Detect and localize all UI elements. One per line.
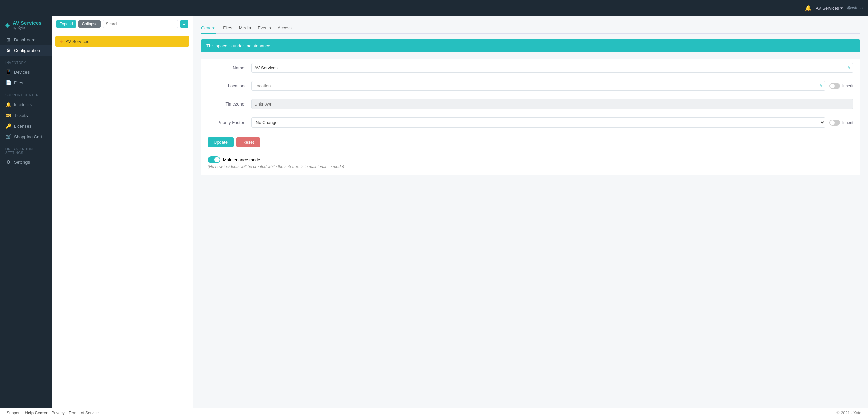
tickets-icon: 🎫 <box>5 112 11 118</box>
tab-events[interactable]: Events <box>257 23 271 34</box>
sidebar-label-shopping-cart: Shopping Cart <box>14 134 42 139</box>
sidebar-item-tickets[interactable]: 🎫 Tickets <box>0 110 52 120</box>
files-icon: 📄 <box>5 80 11 85</box>
search-input[interactable] <box>103 20 179 28</box>
service-dropdown-icon: ▾ <box>840 6 843 11</box>
maintenance-mode-row: Maintenance mode <box>201 152 860 165</box>
configuration-icon: ⚙ <box>5 47 11 53</box>
priority-field: No Change <box>251 117 826 128</box>
bell-icon[interactable]: 🔔 <box>805 5 812 11</box>
name-label: Name <box>208 65 251 70</box>
location-inherit-label: Inherit <box>842 84 853 89</box>
settings-icon: ⚙ <box>5 160 11 165</box>
form-row-location: Location ✎ Inherit <box>201 77 860 95</box>
sidebar-label-tickets: Tickets <box>14 113 28 118</box>
form-row-priority: Priority Factor No Change Inherit <box>201 113 860 132</box>
sidebar-item-settings[interactable]: ⚙ Settings <box>0 157 52 168</box>
name-edit-icon[interactable]: ✎ <box>847 66 850 70</box>
footer-terms[interactable]: Terms of Service <box>69 411 99 415</box>
shopping-cart-icon: 🛒 <box>5 134 11 139</box>
topbar: ≡ 🔔 AV Services ▾ @xyte.io <box>0 0 868 16</box>
tab-files[interactable]: Files <box>223 23 232 34</box>
inventory-section-label: Inventory <box>0 56 52 67</box>
location-edit-icon[interactable]: ✎ <box>819 84 823 89</box>
sidebar-item-shopping-cart[interactable]: 🛒 Shopping Cart <box>0 131 52 142</box>
timezone-field: Unknown <box>251 99 853 109</box>
form-row-timezone: Timezone Unknown <box>201 95 860 113</box>
form-section: Name ✎ Location ✎ Inherit <box>201 59 860 174</box>
footer-help-center[interactable]: Help Center <box>25 411 47 415</box>
name-input[interactable] <box>251 63 853 73</box>
reset-button[interactable]: Reset <box>237 137 260 147</box>
detail-tabs: General Files Media Events Access <box>201 23 860 34</box>
devices-icon: 📱 <box>5 69 11 75</box>
priority-label: Priority Factor <box>208 120 251 125</box>
maintenance-mode-label: Maintenance mode <box>223 158 260 163</box>
sidebar-item-devices[interactable]: 📱 Devices <box>0 67 52 77</box>
form-actions: Update Reset <box>201 132 860 152</box>
priority-inherit-toggle[interactable] <box>830 119 840 126</box>
topbar-right: 🔔 AV Services ▾ @xyte.io <box>805 5 863 11</box>
warning-icon: ⚠ <box>59 38 64 44</box>
location-field: ✎ <box>251 81 826 91</box>
incidents-icon: 🔔 <box>5 102 11 107</box>
maintenance-banner: This space is under maintenance <box>201 39 860 52</box>
location-input[interactable] <box>251 81 826 91</box>
expand-button[interactable]: Expand <box>56 21 76 28</box>
topbar-left: ≡ <box>5 5 9 12</box>
maintenance-note: (No new incidents will be created while … <box>201 165 860 174</box>
form-row-name: Name ✎ <box>201 59 860 77</box>
location-inherit-row: Inherit <box>830 83 853 89</box>
support-section-label: Support Center <box>0 88 52 99</box>
org-settings-section-label: Organization Settings <box>0 142 52 157</box>
collapse-panel-button[interactable]: « <box>181 20 188 28</box>
footer-copyright: © 2021 - Xyte <box>836 411 861 415</box>
name-field: ✎ <box>251 63 853 73</box>
sidebar-item-dashboard[interactable]: ⊞ Dashboard <box>0 34 52 45</box>
update-button[interactable]: Update <box>208 137 234 147</box>
brand-name: AV Services <box>13 20 41 26</box>
footer: Support Help Center Privacy Terms of Ser… <box>0 408 868 418</box>
tree-content: ⚠ AV Services <box>52 33 192 50</box>
maintenance-mode-toggle[interactable] <box>208 156 220 163</box>
sidebar-item-configuration[interactable]: ⚙ Configuration <box>0 45 52 56</box>
tree-panel: Expand Collapse « ⚠ AV Services <box>52 16 193 408</box>
dashboard-icon: ⊞ <box>5 37 11 42</box>
collapse-button[interactable]: Collapse <box>79 21 101 28</box>
main-content: Expand Collapse « ⚠ AV Services General … <box>52 16 868 408</box>
footer-support[interactable]: Support <box>7 411 21 415</box>
timezone-label: Timezone <box>208 102 251 106</box>
sidebar-label-devices: Devices <box>14 70 30 75</box>
tree-node-label: AV Services <box>66 39 89 44</box>
hamburger-icon[interactable]: ≡ <box>5 5 9 12</box>
sidebar-item-incidents[interactable]: 🔔 Incidents <box>0 99 52 110</box>
sidebar-label-incidents: Incidents <box>14 102 32 107</box>
service-selector[interactable]: AV Services ▾ <box>816 6 843 11</box>
priority-select[interactable]: No Change <box>251 117 826 128</box>
sidebar-label-dashboard: Dashboard <box>14 37 36 42</box>
tree-node-av-services[interactable]: ⚠ AV Services <box>55 36 189 46</box>
detail-panel: General Files Media Events Access This s… <box>193 16 868 408</box>
location-label: Location <box>208 83 251 89</box>
footer-links: Support Help Center Privacy Terms of Ser… <box>7 411 99 415</box>
footer-privacy[interactable]: Privacy <box>51 411 64 415</box>
sidebar-label-files: Files <box>14 80 23 85</box>
sidebar-item-licenses[interactable]: 🔑 Licenses <box>0 120 52 131</box>
location-inherit-toggle[interactable] <box>830 83 840 89</box>
tab-media[interactable]: Media <box>239 23 251 34</box>
licenses-icon: 🔑 <box>5 123 11 129</box>
brand-subtitle: by Xyte <box>13 26 41 30</box>
sidebar-label-settings: Settings <box>14 160 30 165</box>
brand-icon: ◈ <box>5 22 10 29</box>
user-email: @xyte.io <box>847 6 863 10</box>
tab-access[interactable]: Access <box>278 23 292 34</box>
priority-inherit-label: Inherit <box>842 120 853 125</box>
sidebar-label-licenses: Licenses <box>14 124 31 129</box>
priority-inherit-row: Inherit <box>830 119 853 126</box>
tree-toolbar: Expand Collapse « <box>52 16 192 33</box>
service-label: AV Services <box>816 6 839 11</box>
sidebar-label-configuration: Configuration <box>14 48 40 53</box>
sidebar-item-files[interactable]: 📄 Files <box>0 77 52 88</box>
brand-info: AV Services by Xyte <box>13 20 41 30</box>
tab-general[interactable]: General <box>201 23 216 34</box>
